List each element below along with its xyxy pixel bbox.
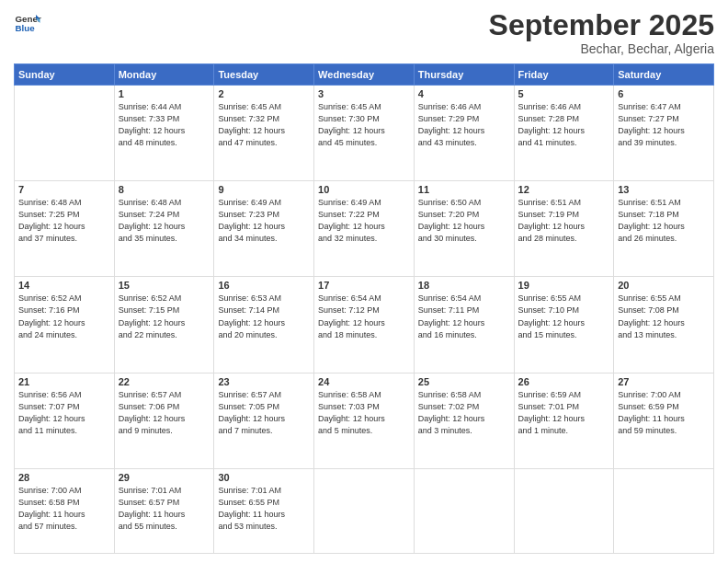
day-detail: Sunrise: 6:58 AMSunset: 7:02 PMDaylight:… xyxy=(418,389,510,437)
day-detail: Sunrise: 6:51 AMSunset: 7:19 PMDaylight:… xyxy=(518,197,610,245)
day-number: 17 xyxy=(318,280,410,291)
calendar-table: Sunday Monday Tuesday Wednesday Thursday… xyxy=(14,63,714,554)
day-detail: Sunrise: 6:58 AMSunset: 7:03 PMDaylight:… xyxy=(318,389,410,437)
day-number: 11 xyxy=(418,184,510,195)
table-row: 3Sunrise: 6:45 AMSunset: 7:30 PMDaylight… xyxy=(314,86,415,181)
day-number: 19 xyxy=(518,280,610,291)
table-row: 5Sunrise: 6:46 AMSunset: 7:28 PMDaylight… xyxy=(514,86,614,181)
day-detail: Sunrise: 6:45 AMSunset: 7:32 PMDaylight:… xyxy=(218,101,310,149)
table-row: 18Sunrise: 6:54 AMSunset: 7:11 PMDayligh… xyxy=(414,277,514,373)
table-row: 23Sunrise: 6:57 AMSunset: 7:05 PMDayligh… xyxy=(214,373,314,468)
day-number: 24 xyxy=(318,376,410,387)
location: Bechar, Bechar, Algeria xyxy=(489,41,714,56)
table-row: 15Sunrise: 6:52 AMSunset: 7:15 PMDayligh… xyxy=(114,277,214,373)
header: General Blue September 2025 Bechar, Bech… xyxy=(14,9,714,56)
day-number: 30 xyxy=(218,472,310,483)
day-detail: Sunrise: 6:51 AMSunset: 7:18 PMDaylight:… xyxy=(618,197,710,245)
table-row: 8Sunrise: 6:48 AMSunset: 7:24 PMDaylight… xyxy=(114,181,214,277)
table-row: 11Sunrise: 6:50 AMSunset: 7:20 PMDayligh… xyxy=(414,181,514,277)
day-number: 8 xyxy=(119,184,210,195)
day-detail: Sunrise: 6:54 AMSunset: 7:12 PMDaylight:… xyxy=(318,293,410,340)
table-row: 16Sunrise: 6:53 AMSunset: 7:14 PMDayligh… xyxy=(214,277,314,373)
day-number: 7 xyxy=(18,184,110,195)
table-row xyxy=(614,468,714,553)
calendar-header-row: Sunday Monday Tuesday Wednesday Thursday… xyxy=(15,64,714,86)
day-detail: Sunrise: 6:48 AMSunset: 7:24 PMDaylight:… xyxy=(119,197,210,245)
day-detail: Sunrise: 6:44 AMSunset: 7:33 PMDaylight:… xyxy=(119,101,210,149)
table-row: 26Sunrise: 6:59 AMSunset: 7:01 PMDayligh… xyxy=(514,373,614,468)
table-row: 19Sunrise: 6:55 AMSunset: 7:10 PMDayligh… xyxy=(514,277,614,373)
table-row: 2Sunrise: 6:45 AMSunset: 7:32 PMDaylight… xyxy=(214,86,314,181)
day-number: 18 xyxy=(418,280,510,291)
logo-icon: General Blue xyxy=(14,9,41,37)
day-number: 23 xyxy=(218,376,310,387)
day-number: 5 xyxy=(518,88,610,99)
day-number: 10 xyxy=(318,184,410,195)
table-row: 20Sunrise: 6:55 AMSunset: 7:08 PMDayligh… xyxy=(614,277,714,373)
day-detail: Sunrise: 6:46 AMSunset: 7:29 PMDaylight:… xyxy=(418,101,510,149)
day-number: 20 xyxy=(618,280,710,291)
table-row: 29Sunrise: 7:01 AMSunset: 6:57 PMDayligh… xyxy=(114,468,214,553)
table-row: 10Sunrise: 6:49 AMSunset: 7:22 PMDayligh… xyxy=(314,181,415,277)
col-thursday: Thursday xyxy=(414,64,514,86)
day-detail: Sunrise: 6:56 AMSunset: 7:07 PMDaylight:… xyxy=(18,389,110,437)
title-block: September 2025 Bechar, Bechar, Algeria xyxy=(489,9,714,56)
day-number: 15 xyxy=(119,280,210,291)
table-row: 4Sunrise: 6:46 AMSunset: 7:29 PMDaylight… xyxy=(414,86,514,181)
day-detail: Sunrise: 7:01 AMSunset: 6:55 PMDaylight:… xyxy=(218,485,310,533)
day-detail: Sunrise: 6:52 AMSunset: 7:16 PMDaylight:… xyxy=(18,293,110,340)
day-number: 12 xyxy=(518,184,610,195)
table-row: 14Sunrise: 6:52 AMSunset: 7:16 PMDayligh… xyxy=(15,277,115,373)
day-detail: Sunrise: 6:54 AMSunset: 7:11 PMDaylight:… xyxy=(418,293,510,340)
table-row xyxy=(314,468,415,553)
day-number: 1 xyxy=(119,88,210,99)
day-detail: Sunrise: 6:48 AMSunset: 7:25 PMDaylight:… xyxy=(18,197,110,245)
day-number: 25 xyxy=(418,376,510,387)
day-number: 3 xyxy=(318,88,410,99)
table-row: 13Sunrise: 6:51 AMSunset: 7:18 PMDayligh… xyxy=(614,181,714,277)
table-row: 21Sunrise: 6:56 AMSunset: 7:07 PMDayligh… xyxy=(15,373,115,468)
day-detail: Sunrise: 6:49 AMSunset: 7:22 PMDaylight:… xyxy=(318,197,410,245)
page: General Blue September 2025 Bechar, Bech… xyxy=(0,0,728,563)
table-row: 22Sunrise: 6:57 AMSunset: 7:06 PMDayligh… xyxy=(114,373,214,468)
day-number: 16 xyxy=(218,280,310,291)
day-number: 13 xyxy=(618,184,710,195)
day-detail: Sunrise: 6:49 AMSunset: 7:23 PMDaylight:… xyxy=(218,197,310,245)
day-number: 14 xyxy=(18,280,110,291)
day-detail: Sunrise: 6:50 AMSunset: 7:20 PMDaylight:… xyxy=(418,197,510,245)
day-number: 2 xyxy=(218,88,310,99)
day-number: 22 xyxy=(119,376,210,387)
day-number: 28 xyxy=(18,472,110,483)
table-row: 27Sunrise: 7:00 AMSunset: 6:59 PMDayligh… xyxy=(614,373,714,468)
col-friday: Friday xyxy=(514,64,614,86)
day-number: 4 xyxy=(418,88,510,99)
day-detail: Sunrise: 6:59 AMSunset: 7:01 PMDaylight:… xyxy=(518,389,610,437)
svg-text:Blue: Blue xyxy=(16,23,36,33)
col-sunday: Sunday xyxy=(15,64,115,86)
day-detail: Sunrise: 6:53 AMSunset: 7:14 PMDaylight:… xyxy=(218,293,310,340)
day-detail: Sunrise: 7:00 AMSunset: 6:59 PMDaylight:… xyxy=(618,389,710,437)
table-row: 17Sunrise: 6:54 AMSunset: 7:12 PMDayligh… xyxy=(314,277,415,373)
day-number: 21 xyxy=(18,376,110,387)
table-row: 28Sunrise: 7:00 AMSunset: 6:58 PMDayligh… xyxy=(15,468,115,553)
table-row xyxy=(514,468,614,553)
table-row: 25Sunrise: 6:58 AMSunset: 7:02 PMDayligh… xyxy=(414,373,514,468)
day-detail: Sunrise: 6:55 AMSunset: 7:08 PMDaylight:… xyxy=(618,293,710,340)
day-detail: Sunrise: 6:57 AMSunset: 7:05 PMDaylight:… xyxy=(218,389,310,437)
day-detail: Sunrise: 7:00 AMSunset: 6:58 PMDaylight:… xyxy=(18,485,110,533)
table-row xyxy=(15,86,115,181)
col-monday: Monday xyxy=(114,64,214,86)
day-detail: Sunrise: 6:45 AMSunset: 7:30 PMDaylight:… xyxy=(318,101,410,149)
col-saturday: Saturday xyxy=(614,64,714,86)
day-detail: Sunrise: 6:52 AMSunset: 7:15 PMDaylight:… xyxy=(119,293,210,340)
day-detail: Sunrise: 6:46 AMSunset: 7:28 PMDaylight:… xyxy=(518,101,610,149)
table-row: 7Sunrise: 6:48 AMSunset: 7:25 PMDaylight… xyxy=(15,181,115,277)
day-detail: Sunrise: 7:01 AMSunset: 6:57 PMDaylight:… xyxy=(119,485,210,533)
table-row: 6Sunrise: 6:47 AMSunset: 7:27 PMDaylight… xyxy=(614,86,714,181)
day-number: 6 xyxy=(618,88,710,99)
table-row: 9Sunrise: 6:49 AMSunset: 7:23 PMDaylight… xyxy=(214,181,314,277)
day-detail: Sunrise: 6:47 AMSunset: 7:27 PMDaylight:… xyxy=(618,101,710,149)
table-row: 12Sunrise: 6:51 AMSunset: 7:19 PMDayligh… xyxy=(514,181,614,277)
day-detail: Sunrise: 6:57 AMSunset: 7:06 PMDaylight:… xyxy=(119,389,210,437)
table-row: 1Sunrise: 6:44 AMSunset: 7:33 PMDaylight… xyxy=(114,86,214,181)
